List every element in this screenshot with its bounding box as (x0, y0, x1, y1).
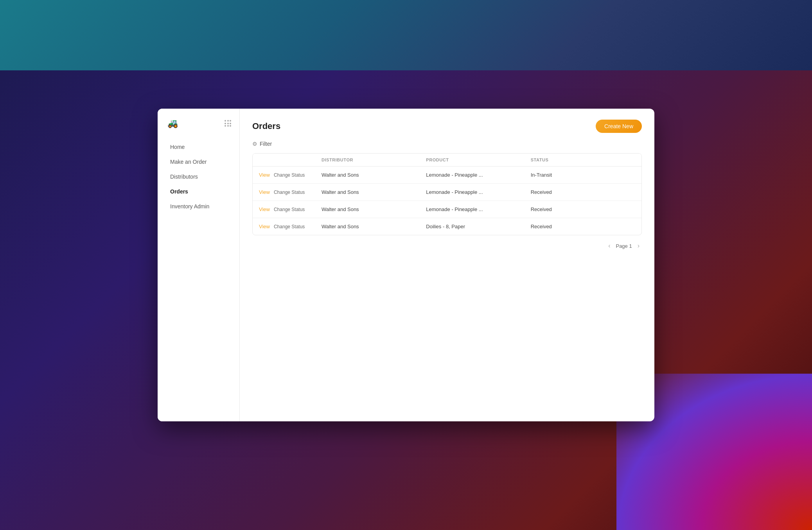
col-header-distributor: DISTRIBUTOR (322, 158, 426, 162)
table-row: View Change Status Walter and Sons Lemon… (253, 184, 641, 201)
row-actions: View Change Status (259, 206, 322, 212)
col-header-status: STATUS (531, 158, 635, 162)
cell-product: Doilies - 8, Paper (426, 224, 530, 229)
cell-status: In-Transit (531, 172, 635, 178)
create-new-button[interactable]: Create New (596, 120, 642, 133)
main-content: Orders Create New ⚙ Filter DISTRIBUTOR P… (240, 109, 654, 421)
cell-product: Lemonade - Pineapple ... (426, 189, 530, 195)
sidebar-item-home[interactable]: Home (161, 140, 236, 154)
table-header: DISTRIBUTOR PRODUCT STATUS (253, 154, 641, 167)
page-indicator: Page 1 (616, 243, 632, 249)
filter-icon: ⚙ (252, 141, 257, 147)
page-header: Orders Create New (252, 120, 642, 133)
cell-status: Received (531, 206, 635, 212)
row-actions: View Change Status (259, 189, 322, 195)
change-status-button[interactable]: Change Status (274, 172, 305, 178)
view-link[interactable]: View (259, 172, 270, 178)
prev-page-button[interactable]: ‹ (606, 242, 613, 250)
row-actions: View Change Status (259, 224, 322, 229)
cell-status: Received (531, 224, 635, 229)
cell-distributor: Walter and Sons (322, 172, 426, 178)
col-header-product: PRODUCT (426, 158, 530, 162)
table-row: View Change Status Walter and Sons Doili… (253, 218, 641, 235)
sidebar-item-inventory-admin[interactable]: Inventory Admin (161, 199, 236, 213)
cell-distributor: Walter and Sons (322, 206, 426, 212)
app-window: 🚜 Home Make an Order Distributors Orders… (158, 109, 654, 421)
grid-icon[interactable] (225, 120, 232, 127)
cell-distributor: Walter and Sons (322, 224, 426, 229)
cell-product: Lemonade - Pineapple ... (426, 172, 530, 178)
sidebar-item-orders[interactable]: Orders (161, 184, 236, 199)
row-actions: View Change Status (259, 172, 322, 178)
next-page-button[interactable]: › (635, 242, 642, 250)
col-header-actions (259, 158, 322, 162)
filter-label[interactable]: Filter (260, 141, 272, 147)
sidebar-item-make-an-order[interactable]: Make an Order (161, 155, 236, 169)
sidebar: 🚜 Home Make an Order Distributors Orders… (158, 109, 240, 421)
pagination: ‹ Page 1 › (252, 242, 642, 250)
view-link[interactable]: View (259, 224, 270, 229)
cell-product: Lemonade - Pineapple ... (426, 206, 530, 212)
change-status-button[interactable]: Change Status (274, 190, 305, 195)
orders-table: DISTRIBUTOR PRODUCT STATUS View Change S… (252, 153, 642, 235)
table-row: View Change Status Walter and Sons Lemon… (253, 167, 641, 184)
view-link[interactable]: View (259, 189, 270, 195)
change-status-button[interactable]: Change Status (274, 207, 305, 212)
filter-bar: ⚙ Filter (252, 141, 642, 147)
table-row: View Change Status Walter and Sons Lemon… (253, 201, 641, 218)
cell-status: Received (531, 189, 635, 195)
page-title: Orders (252, 121, 280, 131)
app-logo: 🚜 (165, 116, 180, 131)
sidebar-item-distributors[interactable]: Distributors (161, 170, 236, 184)
cell-distributor: Walter and Sons (322, 189, 426, 195)
sidebar-nav: Home Make an Order Distributors Orders I… (158, 140, 239, 213)
view-link[interactable]: View (259, 206, 270, 212)
sidebar-header: 🚜 (158, 116, 239, 140)
change-status-button[interactable]: Change Status (274, 224, 305, 229)
